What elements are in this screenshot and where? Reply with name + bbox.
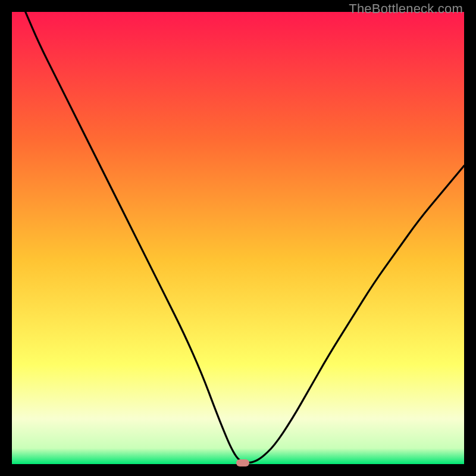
watermark-text: TheBottleneck.com bbox=[349, 1, 463, 17]
gradient-background bbox=[12, 12, 464, 464]
optimal-point-marker bbox=[236, 459, 249, 466]
plot-frame bbox=[12, 12, 464, 464]
